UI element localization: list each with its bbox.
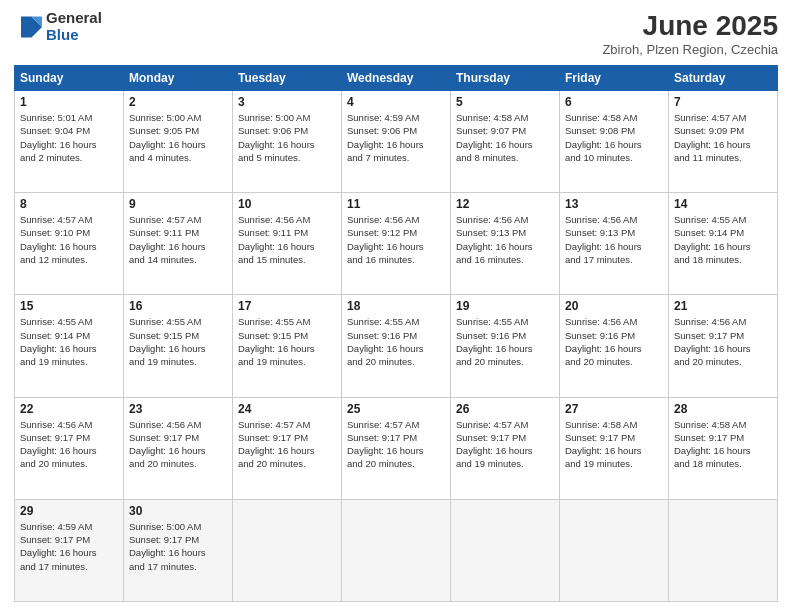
day-info: Sunrise: 4:56 AMSunset: 9:13 PMDaylight:… [456, 213, 554, 266]
calendar-cell: 11Sunrise: 4:56 AMSunset: 9:12 PMDayligh… [342, 193, 451, 295]
page-header: General Blue June 2025 Zbiroh, Plzen Reg… [14, 10, 778, 57]
calendar-cell: 10Sunrise: 4:56 AMSunset: 9:11 PMDayligh… [233, 193, 342, 295]
day-number: 17 [238, 299, 336, 313]
day-number: 27 [565, 402, 663, 416]
calendar-cell: 13Sunrise: 4:56 AMSunset: 9:13 PMDayligh… [560, 193, 669, 295]
calendar-cell: 16Sunrise: 4:55 AMSunset: 9:15 PMDayligh… [124, 295, 233, 397]
day-number: 24 [238, 402, 336, 416]
calendar-cell: 29Sunrise: 4:59 AMSunset: 9:17 PMDayligh… [15, 499, 124, 601]
calendar-cell [342, 499, 451, 601]
day-info: Sunrise: 4:57 AMSunset: 9:09 PMDaylight:… [674, 111, 772, 164]
day-number: 25 [347, 402, 445, 416]
calendar-cell [669, 499, 778, 601]
day-info: Sunrise: 4:55 AMSunset: 9:15 PMDaylight:… [129, 315, 227, 368]
header-tuesday: Tuesday [233, 66, 342, 91]
weekday-header-row: Sunday Monday Tuesday Wednesday Thursday… [15, 66, 778, 91]
calendar-week-row: 1Sunrise: 5:01 AMSunset: 9:04 PMDaylight… [15, 91, 778, 193]
header-wednesday: Wednesday [342, 66, 451, 91]
header-monday: Monday [124, 66, 233, 91]
header-friday: Friday [560, 66, 669, 91]
calendar-cell: 9Sunrise: 4:57 AMSunset: 9:11 PMDaylight… [124, 193, 233, 295]
header-saturday: Saturday [669, 66, 778, 91]
calendar-cell: 28Sunrise: 4:58 AMSunset: 9:17 PMDayligh… [669, 397, 778, 499]
day-number: 4 [347, 95, 445, 109]
day-info: Sunrise: 4:57 AMSunset: 9:17 PMDaylight:… [238, 418, 336, 471]
day-number: 14 [674, 197, 772, 211]
calendar-cell: 2Sunrise: 5:00 AMSunset: 9:05 PMDaylight… [124, 91, 233, 193]
day-number: 13 [565, 197, 663, 211]
calendar-cell: 25Sunrise: 4:57 AMSunset: 9:17 PMDayligh… [342, 397, 451, 499]
day-info: Sunrise: 4:56 AMSunset: 9:16 PMDaylight:… [565, 315, 663, 368]
header-sunday: Sunday [15, 66, 124, 91]
day-number: 7 [674, 95, 772, 109]
calendar-cell [451, 499, 560, 601]
day-info: Sunrise: 4:57 AMSunset: 9:11 PMDaylight:… [129, 213, 227, 266]
calendar-cell: 24Sunrise: 4:57 AMSunset: 9:17 PMDayligh… [233, 397, 342, 499]
calendar-week-row: 22Sunrise: 4:56 AMSunset: 9:17 PMDayligh… [15, 397, 778, 499]
day-number: 12 [456, 197, 554, 211]
day-info: Sunrise: 4:58 AMSunset: 9:17 PMDaylight:… [565, 418, 663, 471]
day-info: Sunrise: 4:58 AMSunset: 9:07 PMDaylight:… [456, 111, 554, 164]
calendar-cell: 12Sunrise: 4:56 AMSunset: 9:13 PMDayligh… [451, 193, 560, 295]
day-info: Sunrise: 4:56 AMSunset: 9:17 PMDaylight:… [20, 418, 118, 471]
day-number: 9 [129, 197, 227, 211]
day-info: Sunrise: 4:56 AMSunset: 9:11 PMDaylight:… [238, 213, 336, 266]
day-number: 26 [456, 402, 554, 416]
day-number: 10 [238, 197, 336, 211]
day-number: 3 [238, 95, 336, 109]
calendar-cell: 6Sunrise: 4:58 AMSunset: 9:08 PMDaylight… [560, 91, 669, 193]
day-info: Sunrise: 4:55 AMSunset: 9:16 PMDaylight:… [456, 315, 554, 368]
calendar-cell: 4Sunrise: 4:59 AMSunset: 9:06 PMDaylight… [342, 91, 451, 193]
calendar-cell: 7Sunrise: 4:57 AMSunset: 9:09 PMDaylight… [669, 91, 778, 193]
day-info: Sunrise: 5:00 AMSunset: 9:05 PMDaylight:… [129, 111, 227, 164]
day-info: Sunrise: 4:57 AMSunset: 9:17 PMDaylight:… [456, 418, 554, 471]
day-info: Sunrise: 4:55 AMSunset: 9:16 PMDaylight:… [347, 315, 445, 368]
calendar-cell: 14Sunrise: 4:55 AMSunset: 9:14 PMDayligh… [669, 193, 778, 295]
calendar-cell: 21Sunrise: 4:56 AMSunset: 9:17 PMDayligh… [669, 295, 778, 397]
calendar-cell: 3Sunrise: 5:00 AMSunset: 9:06 PMDaylight… [233, 91, 342, 193]
day-info: Sunrise: 4:55 AMSunset: 9:15 PMDaylight:… [238, 315, 336, 368]
day-info: Sunrise: 4:58 AMSunset: 9:17 PMDaylight:… [674, 418, 772, 471]
day-number: 23 [129, 402, 227, 416]
day-number: 19 [456, 299, 554, 313]
month-title: June 2025 [602, 10, 778, 42]
day-number: 1 [20, 95, 118, 109]
logo: General Blue [14, 10, 102, 43]
day-number: 22 [20, 402, 118, 416]
day-number: 21 [674, 299, 772, 313]
day-number: 29 [20, 504, 118, 518]
calendar-cell: 8Sunrise: 4:57 AMSunset: 9:10 PMDaylight… [15, 193, 124, 295]
day-info: Sunrise: 4:59 AMSunset: 9:06 PMDaylight:… [347, 111, 445, 164]
calendar-cell: 22Sunrise: 4:56 AMSunset: 9:17 PMDayligh… [15, 397, 124, 499]
calendar-cell: 15Sunrise: 4:55 AMSunset: 9:14 PMDayligh… [15, 295, 124, 397]
day-number: 30 [129, 504, 227, 518]
logo-icon [14, 13, 42, 41]
location: Zbiroh, Plzen Region, Czechia [602, 42, 778, 57]
day-number: 5 [456, 95, 554, 109]
day-info: Sunrise: 5:00 AMSunset: 9:06 PMDaylight:… [238, 111, 336, 164]
day-info: Sunrise: 4:56 AMSunset: 9:17 PMDaylight:… [129, 418, 227, 471]
day-number: 2 [129, 95, 227, 109]
day-info: Sunrise: 4:56 AMSunset: 9:17 PMDaylight:… [674, 315, 772, 368]
day-number: 11 [347, 197, 445, 211]
day-info: Sunrise: 4:55 AMSunset: 9:14 PMDaylight:… [674, 213, 772, 266]
calendar-week-row: 29Sunrise: 4:59 AMSunset: 9:17 PMDayligh… [15, 499, 778, 601]
calendar-cell: 18Sunrise: 4:55 AMSunset: 9:16 PMDayligh… [342, 295, 451, 397]
day-info: Sunrise: 5:00 AMSunset: 9:17 PMDaylight:… [129, 520, 227, 573]
calendar-cell: 26Sunrise: 4:57 AMSunset: 9:17 PMDayligh… [451, 397, 560, 499]
day-number: 15 [20, 299, 118, 313]
calendar-cell: 5Sunrise: 4:58 AMSunset: 9:07 PMDaylight… [451, 91, 560, 193]
calendar-cell: 23Sunrise: 4:56 AMSunset: 9:17 PMDayligh… [124, 397, 233, 499]
day-number: 28 [674, 402, 772, 416]
calendar-week-row: 8Sunrise: 4:57 AMSunset: 9:10 PMDaylight… [15, 193, 778, 295]
calendar-cell: 27Sunrise: 4:58 AMSunset: 9:17 PMDayligh… [560, 397, 669, 499]
calendar-cell: 17Sunrise: 4:55 AMSunset: 9:15 PMDayligh… [233, 295, 342, 397]
day-number: 6 [565, 95, 663, 109]
logo-blue-text: Blue [46, 27, 102, 44]
day-number: 8 [20, 197, 118, 211]
calendar-cell [233, 499, 342, 601]
day-info: Sunrise: 4:57 AMSunset: 9:17 PMDaylight:… [347, 418, 445, 471]
day-info: Sunrise: 4:57 AMSunset: 9:10 PMDaylight:… [20, 213, 118, 266]
calendar-cell: 30Sunrise: 5:00 AMSunset: 9:17 PMDayligh… [124, 499, 233, 601]
calendar-cell: 19Sunrise: 4:55 AMSunset: 9:16 PMDayligh… [451, 295, 560, 397]
